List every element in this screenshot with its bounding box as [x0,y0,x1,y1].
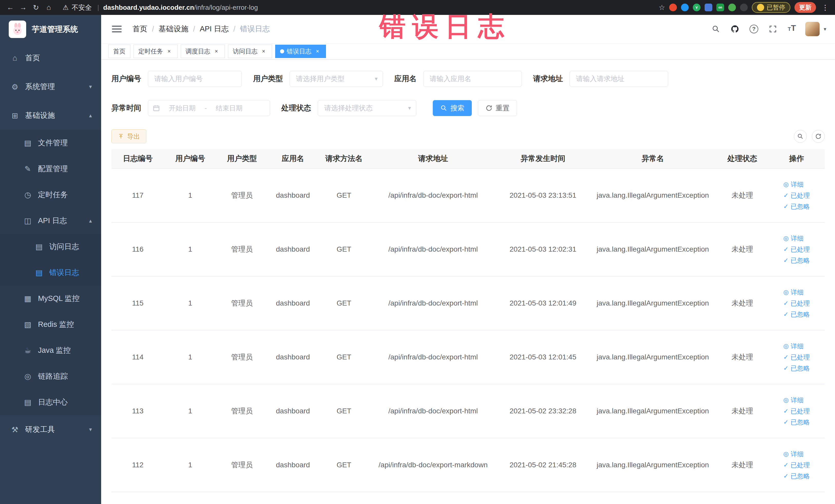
profile-paused-chip[interactable]: 已暂停 [752,2,790,13]
reset-button[interactable]: 重置 [478,100,517,116]
ignored-link[interactable]: ✓已忽略 [783,418,810,426]
processed-link[interactable]: ✓已处理 [783,353,810,362]
user-id-input[interactable] [148,71,242,87]
tab-access-log[interactable]: 访问日志 [228,45,272,58]
mysql-icon: ▦ [22,294,33,303]
forward-icon[interactable]: → [18,2,29,13]
sidebar-item-trace[interactable]: ◎ 链路追踪 [0,363,101,389]
breadcrumb-home[interactable]: 首页 [133,24,147,34]
ignored-link[interactable]: ✓已忽略 [783,310,810,319]
col-app-name: 应用名 [268,149,318,168]
github-icon[interactable] [729,23,740,35]
process-status-select[interactable]: 请选择处理状态 ▾ [318,100,416,116]
start-date-input[interactable] [163,104,202,112]
detail-link[interactable]: ◎详细 [783,450,804,458]
sidebar-item-mysql-monitor[interactable]: ▦ MySQL 监控 [0,285,101,311]
user-type-select[interactable]: 请选择用户类型 ▾ [289,71,383,87]
close-icon[interactable] [260,48,267,55]
processed-link[interactable]: ✓已处理 [783,191,810,200]
avatar[interactable] [805,22,820,36]
date-range-picker[interactable]: - [148,100,270,116]
breadcrumb-api-log[interactable]: API 日志 [200,24,229,34]
detail-link[interactable]: ◎详细 [783,396,804,404]
table-row: 117 1 管理员 dashboard GET /api/infra/db-do… [111,168,825,222]
tab-scheduled-task[interactable]: 定时任务 [134,45,178,58]
processed-link[interactable]: ✓已处理 [783,407,810,416]
reload-icon[interactable]: ↻ [30,2,42,13]
extension-icon[interactable] [740,4,748,11]
site-security[interactable]: ⚠ 不安全 | [63,3,102,12]
extension-icon[interactable] [728,4,736,11]
processed-link[interactable]: ✓已处理 [783,299,810,308]
detail-link[interactable]: ◎详细 [783,180,804,189]
help-icon[interactable]: ? [748,23,759,35]
fullscreen-icon[interactable] [767,23,778,35]
close-icon[interactable] [314,48,321,55]
sidebar-item-java-monitor[interactable]: ☕ Java 监控 [0,337,101,363]
ignored-link[interactable]: ✓已忽略 [783,202,810,211]
request-url-input[interactable] [570,71,668,87]
search-toggle-button[interactable] [794,130,807,143]
chevron-down-icon[interactable]: ▾ [824,26,826,32]
sidebar-item-home[interactable]: ⌂ 首页 [0,44,101,73]
close-icon[interactable] [166,48,173,55]
cell-actions: ◎详细 ✓已处理 ✓已忽略 [768,384,825,438]
extension-icon[interactable] [681,4,689,11]
sidebar-item-api-log[interactable]: ◫ API 日志 ▴ [0,208,101,234]
refresh-button[interactable] [812,130,825,143]
home-icon[interactable]: ⌂ [43,2,55,13]
detail-link[interactable]: ◎详细 [783,234,804,243]
sidebar-item-redis-monitor[interactable]: ▧ Redis 监控 [0,311,101,337]
chevron-up-icon: ▴ [89,218,92,224]
address-bar[interactable]: dashboard.yudao.iocoder.cn/infra/log/api… [103,4,258,12]
ignored-link[interactable]: ✓已忽略 [783,256,810,265]
tab-schedule-log[interactable]: 调度日志 [181,45,225,58]
active-dot [280,49,284,54]
tab-home[interactable]: 首页 [108,45,130,58]
tab-error-log[interactable]: 错误日志 [275,45,326,58]
sidebar-item-access-log[interactable]: ▤ 访问日志 [0,234,101,260]
export-button[interactable]: 导出 [111,129,146,143]
sidebar-item-log-center[interactable]: ▤ 日志中心 [0,389,101,415]
sidebar-item-infrastructure[interactable]: ⊞ 基础设施 ▴ [0,101,101,130]
close-icon[interactable] [213,48,220,55]
detail-link[interactable]: ◎详细 [783,288,804,297]
filter-app-name: 应用名 [394,71,522,87]
sidebar-item-system[interactable]: ⚙ 系统管理 ▾ [0,73,101,101]
font-size-icon[interactable]: TT [786,23,797,35]
bookmark-star-icon[interactable]: ☆ [659,3,665,12]
extension-icon[interactable] [705,4,712,11]
calendar-icon [153,104,160,112]
extension-icon[interactable]: on [716,4,724,11]
toolbar-right [789,130,825,143]
app-logo-row[interactable]: 芋道管理系统 [0,15,101,44]
filter-process-status: 处理状态 请选择处理状态 ▾ [281,100,416,116]
search-icon[interactable] [710,23,721,35]
breadcrumb-infrastructure[interactable]: 基础设施 [159,24,188,34]
col-user-id: 用户编号 [164,149,217,168]
sidebar-item-scheduled-task[interactable]: ◷ 定时任务 [0,182,101,208]
sidebar-item-file-manage[interactable]: ▤ 文件管理 [0,130,101,156]
processed-link[interactable]: ✓已处理 [783,461,810,469]
processed-link[interactable]: ✓已处理 [783,245,810,254]
app-name-input[interactable] [423,71,522,87]
browser-menu-icon[interactable]: ⋮ [820,3,830,12]
extension-icon[interactable] [669,4,677,11]
table-row: 113 1 管理员 dashboard GET /api/infra/db-do… [111,384,825,438]
ignored-link[interactable]: ✓已忽略 [783,472,810,480]
update-button[interactable]: 更新 [794,2,816,13]
trace-icon: ◎ [22,372,33,381]
back-icon[interactable]: ← [5,2,16,13]
chevron-down-icon: ▾ [89,83,92,90]
sidebar-item-devtools[interactable]: ⚒ 研发工具 ▾ [0,415,101,444]
sidebar-item-error-log[interactable]: ▤ 错误日志 [0,260,101,285]
sidebar-item-config-manage[interactable]: ✎ 配置管理 [0,156,101,182]
redis-icon: ▧ [22,320,33,329]
hamburger-icon[interactable] [110,24,124,35]
detail-link[interactable]: ◎详细 [783,342,804,350]
end-date-input[interactable] [210,104,248,112]
search-button[interactable]: 搜索 [433,100,472,116]
ignored-link[interactable]: ✓已忽略 [783,364,810,372]
extension-icon[interactable]: Y [693,4,700,11]
error-log-table: 日志编号 用户编号 用户类型 应用名 请求方法名 请求地址 异常发生时间 异常名… [111,149,825,492]
